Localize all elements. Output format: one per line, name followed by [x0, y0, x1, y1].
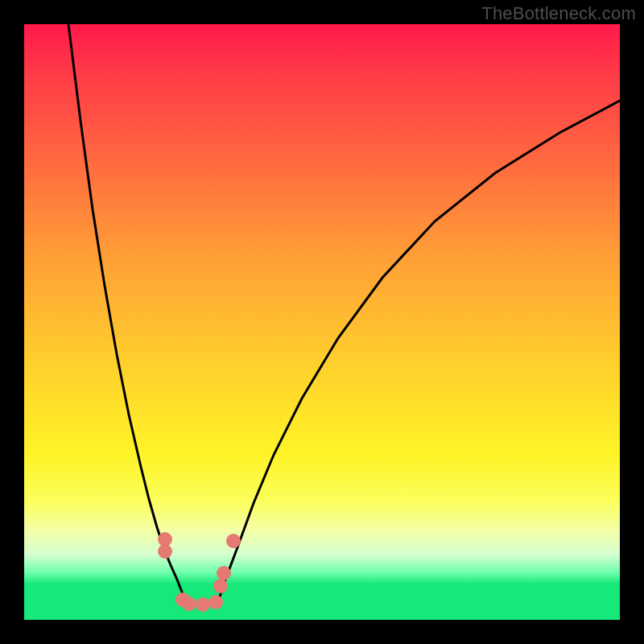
- data-marker: [196, 597, 210, 612]
- bottleneck-curve-chart: [24, 24, 620, 620]
- curve-left: [68, 24, 186, 604]
- data-marker: [182, 597, 196, 611]
- data-marker: [213, 579, 228, 593]
- data-marker: [158, 544, 172, 559]
- data-marker: [226, 534, 241, 548]
- data-marker: [217, 566, 231, 580]
- data-markers: [158, 532, 241, 612]
- watermark-text: TheBottleneck.com: [481, 3, 636, 24]
- curve-right: [217, 101, 620, 604]
- data-marker: [208, 595, 223, 609]
